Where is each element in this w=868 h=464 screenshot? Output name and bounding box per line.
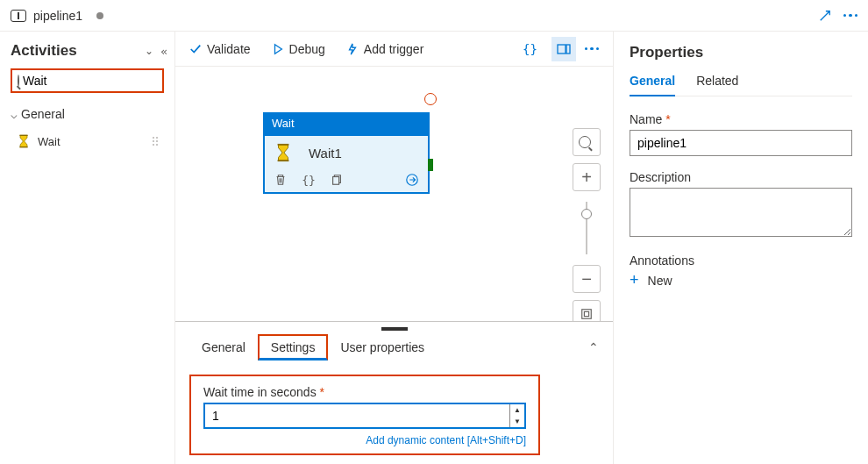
pipeline-tab[interactable]: pipeline1 [0,0,868,32]
check-icon [189,43,202,55]
svg-rect-6 [333,177,339,185]
add-dynamic-content-link[interactable]: Add dynamic content [Alt+Shift+D] [203,434,526,446]
properties-panel: Properties General Related Name * Descri… [614,32,868,464]
hourglass-icon [17,134,31,148]
activities-panel: Activities ⌄ « ⌵ General Wait [0,32,175,464]
wait-time-label: Wait time in seconds * [203,385,526,399]
pipeline-name-input[interactable] [630,130,852,156]
code-view-button[interactable]: {} [518,37,543,61]
activities-title: Activities [11,42,145,60]
zoom-slider[interactable] [586,202,587,254]
category-label: General [21,107,65,121]
code-icon: {} [523,42,537,56]
toolbar-more-menu[interactable] [585,47,600,51]
chevron-down-icon: ⌵ [11,108,19,121]
expand-icon[interactable] [819,10,831,22]
spin-down[interactable]: ▼ [510,416,524,427]
tab-props-general[interactable]: General [630,74,675,96]
svg-rect-5 [278,160,289,161]
more-menu[interactable] [843,14,858,18]
wait-time-input[interactable] [205,409,509,423]
zoom-knob[interactable] [581,209,592,219]
spin-up[interactable]: ▲ [510,404,524,416]
svg-rect-4 [278,144,289,146]
output-handle[interactable] [428,159,433,171]
drag-handle-icon [153,137,158,146]
debug-button[interactable]: Debug [272,42,325,56]
wait-time-field[interactable]: ▲ ▼ [203,403,526,429]
trigger-label: Add trigger [364,42,423,56]
delete-icon[interactable] [274,173,288,187]
svg-rect-3 [566,45,570,54]
properties-toggle-button[interactable] [551,37,576,61]
description-label: Description [630,170,852,184]
svg-rect-1 [19,146,27,147]
activity-settings-panel: General Settings User properties ⌃ Wait … [175,321,613,464]
collapse-icon[interactable]: « [160,45,164,58]
copy-icon[interactable] [330,173,344,187]
svg-rect-8 [582,310,592,319]
new-label: New [648,274,672,288]
activity-header: Wait [263,112,430,134]
svg-rect-9 [584,311,588,316]
add-trigger-button[interactable]: Add trigger [346,42,423,56]
add-annotation-button[interactable]: + New [630,271,852,289]
category-general[interactable]: ⌵ General [5,102,169,126]
pipeline-icon [11,10,26,22]
search-icon [18,75,19,87]
zoom-in-button[interactable]: + [573,163,601,191]
validate-button[interactable]: Validate [189,42,251,56]
svg-rect-0 [19,135,27,136]
activity-label: Wait [38,135,60,148]
tab-settings[interactable]: Settings [258,334,329,360]
debug-label: Debug [289,42,325,56]
wait-activity-node[interactable]: Wait Wait1 {} [263,112,430,194]
pipeline-title: pipeline1 [33,9,82,23]
highlight-circle [424,93,437,105]
search-input[interactable] [23,74,176,88]
activity-item-wait[interactable]: Wait [11,130,164,153]
play-icon [272,43,284,55]
name-label: Name * [630,112,852,126]
trigger-icon [346,43,359,55]
chevron-small[interactable]: ⌄ [145,45,153,58]
canvas-toolbar: Validate Debug Add trigger {} [175,32,613,67]
zoom-search-button[interactable] [573,128,601,156]
tab-props-related[interactable]: Related [696,74,738,96]
code-icon[interactable]: {} [302,173,316,187]
tab-general[interactable]: General [189,335,258,360]
panel-icon [557,42,571,56]
plus-icon: + [630,271,639,289]
resize-grip[interactable] [381,327,408,331]
fit-icon [580,308,593,320]
description-input[interactable] [630,188,852,237]
go-icon[interactable] [405,173,419,187]
properties-title: Properties [630,44,852,61]
svg-rect-2 [558,45,566,54]
pipeline-canvas[interactable]: Wait Wait1 {} [175,67,613,321]
unsaved-indicator [96,12,103,19]
annotations-label: Annotations [630,253,852,268]
activities-search[interactable] [11,68,164,93]
collapse-panel-icon[interactable]: ⌃ [588,340,599,354]
hourglass-icon [274,143,293,162]
validate-label: Validate [207,42,251,56]
search-icon [579,136,591,148]
zoom-out-button[interactable]: − [573,265,601,293]
fit-button[interactable] [573,300,601,321]
tab-user-properties[interactable]: User properties [328,335,437,360]
activity-name: Wait1 [309,146,342,161]
